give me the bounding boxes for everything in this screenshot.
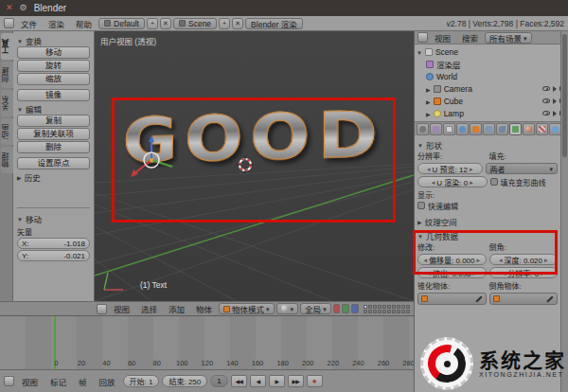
duplicate-linked-button[interactable]: 复制关联项 xyxy=(17,128,90,140)
outliner-item-renderlayers[interactable]: 渲染层 xyxy=(417,58,566,70)
expand-icon[interactable] xyxy=(426,84,431,94)
panel-expand-icon[interactable] xyxy=(17,214,23,223)
menu-render[interactable]: 渲染 xyxy=(44,18,69,29)
scene-selector[interactable]: Scene xyxy=(173,18,217,29)
tool-tab-tools[interactable]: 工具 xyxy=(1,33,13,60)
visibility-eye-icon[interactable] xyxy=(542,98,550,103)
screen-layout-selector[interactable]: Default xyxy=(98,18,145,29)
timeline-marker-menu[interactable]: 标记 xyxy=(45,376,71,387)
tool-tab-physics[interactable]: 物理 xyxy=(1,147,13,173)
fast-editing-checkbox[interactable]: 快速编辑 xyxy=(417,200,558,211)
eyedropper-icon[interactable] xyxy=(545,294,554,303)
timeline-view-menu[interactable]: 视图 xyxy=(17,376,43,387)
tab-scene-icon[interactable] xyxy=(443,123,455,135)
history-panel-title[interactable]: 历史 xyxy=(25,171,41,183)
edit-panel-title[interactable]: 编辑 xyxy=(26,103,42,115)
scale-button[interactable]: 缩放 xyxy=(17,73,90,85)
rotate-manipulator-icon[interactable] xyxy=(342,304,349,313)
expand-icon[interactable] xyxy=(426,97,431,106)
tool-tab-relations[interactable]: 关系 xyxy=(1,90,13,116)
delete-screen-button[interactable] xyxy=(160,18,171,29)
outliner-item-world[interactable]: World xyxy=(417,70,566,82)
transform-panel-title[interactable]: 变换 xyxy=(26,35,42,46)
add-menu[interactable]: 添加 xyxy=(164,303,189,314)
start-frame-field[interactable]: 开始: 1 xyxy=(123,375,160,387)
record-button[interactable] xyxy=(307,375,323,387)
outliner-item-camera[interactable]: Camera xyxy=(417,82,566,95)
view-menu[interactable]: 视图 xyxy=(109,303,134,314)
orientation-selector[interactable]: 全局 xyxy=(300,303,331,314)
tab-render-icon[interactable] xyxy=(417,123,429,135)
jump-to-end-button[interactable] xyxy=(288,375,304,387)
outliner-item-cube[interactable]: Cube xyxy=(417,95,566,107)
timeline-frame-menu[interactable]: 帧 xyxy=(74,376,92,387)
timeline-ruler[interactable]: 0 20 40 60 80 100 120 140 160 180 200 22… xyxy=(0,315,414,369)
vector-y-field[interactable]: Y: -0.021 xyxy=(17,250,90,261)
mirror-button[interactable]: 镜像 xyxy=(17,89,90,101)
set-origin-button[interactable]: 设置原点 xyxy=(17,157,90,169)
timeline-editor-icon[interactable] xyxy=(4,376,14,386)
outliner-search-menu[interactable]: 搜索 xyxy=(457,32,483,44)
window-menu-gear-icon[interactable] xyxy=(20,4,27,12)
texture-space-panel-title[interactable]: 纹理空间 xyxy=(425,216,457,227)
add-screen-button[interactable] xyxy=(147,18,158,29)
tab-constraints-icon[interactable] xyxy=(483,123,495,135)
jump-to-start-button[interactable] xyxy=(231,375,247,387)
scale-manipulator-icon[interactable] xyxy=(351,304,359,313)
select-menu[interactable]: 选择 xyxy=(136,303,162,314)
selectability-icon[interactable] xyxy=(553,98,557,104)
object-menu[interactable]: 物体 xyxy=(191,303,217,314)
translate-manipulator-icon[interactable] xyxy=(333,304,341,313)
menu-file[interactable]: 文件 xyxy=(16,18,42,29)
vector-x-field[interactable]: X: -1.018 xyxy=(17,238,90,249)
layers-widget[interactable] xyxy=(364,305,410,313)
expand-icon[interactable] xyxy=(417,47,422,57)
panel-expand-icon[interactable] xyxy=(417,140,423,150)
info-editor-icon[interactable] xyxy=(4,18,14,28)
end-frame-field[interactable]: 结束: 250 xyxy=(162,375,207,387)
tab-render-layers-icon[interactable] xyxy=(430,123,442,135)
viewport-editor-icon[interactable] xyxy=(97,304,107,314)
translate-button[interactable]: 移动 xyxy=(17,46,90,59)
shape-panel-title[interactable]: 形状 xyxy=(426,139,442,151)
tab-object-icon[interactable] xyxy=(470,123,482,135)
outliner-item-lamp[interactable]: Lamp xyxy=(417,107,566,119)
preview-u-field[interactable]: U 预览: 12 xyxy=(417,163,483,174)
duplicate-button[interactable]: 复制 xyxy=(17,115,90,127)
delete-scene-button[interactable] xyxy=(232,18,243,29)
tab-material-icon[interactable] xyxy=(523,123,535,135)
scrollbar-thumb[interactable] xyxy=(562,34,567,157)
tab-world-icon[interactable] xyxy=(456,123,469,135)
panel-collapsed-icon[interactable] xyxy=(17,172,22,182)
panel-collapsed-icon[interactable] xyxy=(417,217,422,226)
outliner-item-scene[interactable]: Scene xyxy=(417,45,566,58)
tool-tab-animation[interactable]: 动画 xyxy=(1,118,13,145)
rotate-button[interactable]: 旋转 xyxy=(17,60,90,72)
tab-object-data-icon[interactable] xyxy=(509,123,522,135)
outliner-view-menu[interactable]: 视图 xyxy=(430,32,455,44)
render-u-field[interactable]: U 渲染: 0 xyxy=(417,176,488,187)
outliner-editor-icon[interactable] xyxy=(417,32,428,43)
play-button[interactable] xyxy=(269,375,285,387)
tab-texture-icon[interactable] xyxy=(536,123,548,135)
fill-deformed-checkbox[interactable]: 填充变形曲线 xyxy=(490,176,559,187)
tool-tab-create[interactable]: 创建 xyxy=(1,62,13,88)
fill-mode-dropdown[interactable]: 两者 xyxy=(486,163,559,174)
taper-object-field[interactable] xyxy=(417,293,487,305)
delete-button[interactable]: 删除 xyxy=(17,141,90,153)
selectability-icon[interactable] xyxy=(553,86,557,92)
menu-help[interactable]: 帮助 xyxy=(71,18,97,29)
current-frame-field[interactable]: 1 xyxy=(210,375,227,387)
eyedropper-icon[interactable] xyxy=(474,294,483,303)
expand-icon[interactable] xyxy=(426,109,431,118)
mode-selector[interactable]: 物体模式 xyxy=(219,303,275,314)
viewport-3d[interactable]: 用户视图 (透视) GOOD (1) Text xyxy=(95,31,414,301)
panel-expand-icon[interactable] xyxy=(17,36,23,45)
shading-selector[interactable] xyxy=(276,303,299,314)
panel-expand-icon[interactable] xyxy=(17,104,23,114)
play-reverse-button[interactable] xyxy=(250,375,266,387)
outliner-display-mode[interactable]: 所有场景 xyxy=(485,32,532,44)
window-close-icon[interactable] xyxy=(6,4,13,12)
timeline-playback-menu[interactable]: 回放 xyxy=(95,376,120,387)
selectability-icon[interactable] xyxy=(553,111,557,116)
